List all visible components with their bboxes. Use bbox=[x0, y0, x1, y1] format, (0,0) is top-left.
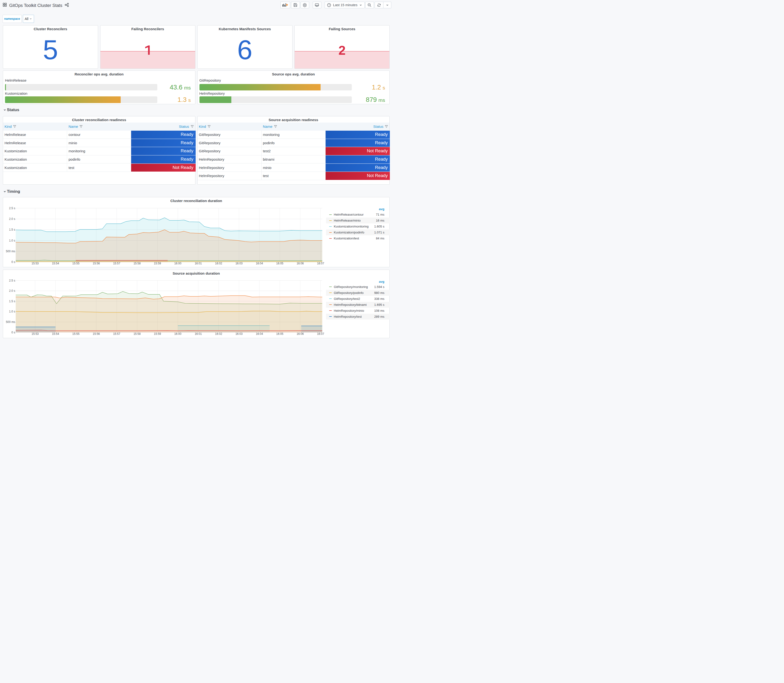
svg-text:16:04: 16:04 bbox=[256, 332, 263, 335]
svg-text:15:59: 15:59 bbox=[154, 262, 161, 265]
svg-text:16:02: 16:02 bbox=[215, 332, 222, 335]
svg-text:16:00: 16:00 bbox=[174, 332, 181, 335]
svg-text:16:07: 16:07 bbox=[317, 262, 324, 265]
svg-text:500 ms: 500 ms bbox=[6, 250, 15, 253]
svg-text:15:58: 15:58 bbox=[133, 332, 141, 335]
svg-text:15:58: 15:58 bbox=[133, 262, 141, 265]
svg-text:0 s: 0 s bbox=[11, 330, 15, 334]
svg-text:16:05: 16:05 bbox=[276, 332, 283, 335]
svg-text:15:56: 15:56 bbox=[93, 262, 100, 265]
svg-text:500 ms: 500 ms bbox=[6, 320, 15, 324]
svg-text:15:53: 15:53 bbox=[31, 332, 38, 335]
svg-text:1.5 s: 1.5 s bbox=[9, 299, 15, 303]
svg-text:15:53: 15:53 bbox=[31, 262, 38, 265]
svg-text:15:57: 15:57 bbox=[113, 262, 120, 265]
svg-text:1.0 s: 1.0 s bbox=[9, 239, 15, 242]
svg-text:15:54: 15:54 bbox=[52, 262, 59, 265]
svg-text:1.0 s: 1.0 s bbox=[9, 310, 15, 313]
svg-text:16:03: 16:03 bbox=[236, 262, 242, 265]
svg-text:2.0 s: 2.0 s bbox=[9, 217, 15, 221]
svg-text:15:54: 15:54 bbox=[52, 332, 59, 335]
svg-text:0 s: 0 s bbox=[11, 260, 15, 264]
svg-text:16:03: 16:03 bbox=[236, 332, 242, 335]
svg-text:16:01: 16:01 bbox=[195, 262, 202, 265]
svg-text:16:01: 16:01 bbox=[195, 332, 202, 335]
svg-text:15:56: 15:56 bbox=[93, 332, 100, 335]
svg-text:2.0 s: 2.0 s bbox=[9, 289, 15, 292]
svg-text:16:06: 16:06 bbox=[297, 262, 304, 265]
svg-text:16:05: 16:05 bbox=[276, 262, 283, 265]
svg-text:16:06: 16:06 bbox=[297, 332, 304, 335]
svg-text:16:07: 16:07 bbox=[317, 332, 324, 335]
svg-text:16:02: 16:02 bbox=[215, 262, 222, 265]
svg-text:16:04: 16:04 bbox=[256, 262, 263, 265]
svg-text:15:55: 15:55 bbox=[72, 332, 80, 335]
svg-text:1.5 s: 1.5 s bbox=[9, 228, 15, 231]
svg-text:15:55: 15:55 bbox=[72, 262, 80, 265]
svg-text:16:00: 16:00 bbox=[174, 262, 181, 265]
svg-text:15:59: 15:59 bbox=[154, 332, 161, 335]
svg-text:15:57: 15:57 bbox=[113, 332, 120, 335]
